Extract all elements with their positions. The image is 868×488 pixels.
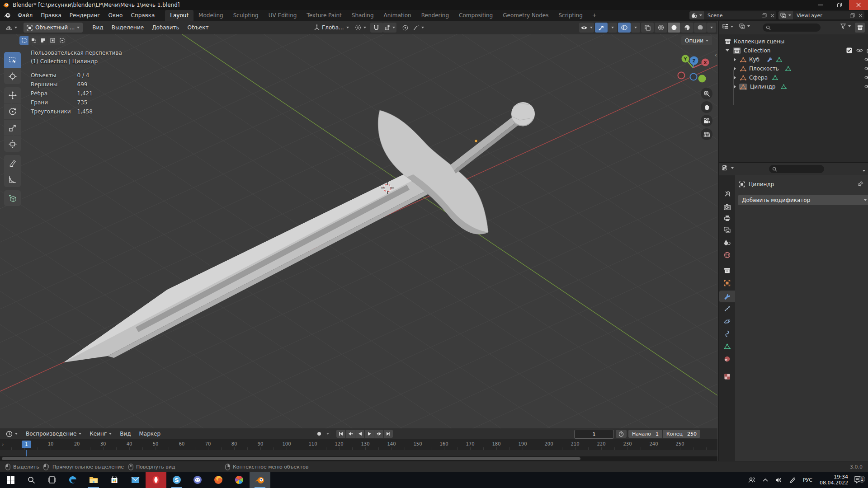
- add-modifier-dropdown[interactable]: Добавить модификатор: [738, 195, 868, 205]
- maximize-button[interactable]: [830, 0, 849, 10]
- mode-dropdown[interactable]: Объектный ...: [24, 23, 83, 33]
- auto-key-dropdown[interactable]: [325, 430, 331, 438]
- file-explorer-icon[interactable]: [83, 472, 104, 488]
- blender-menu-icon[interactable]: [4, 12, 11, 19]
- object-hide-icon[interactable]: [863, 75, 868, 80]
- auto-key-record-button[interactable]: [314, 430, 324, 438]
- language-indicator[interactable]: РУС: [799, 477, 816, 483]
- shading-dropdown[interactable]: [707, 23, 716, 33]
- tab-tool-icon[interactable]: [719, 188, 735, 199]
- next-keyframe-button[interactable]: [374, 430, 383, 438]
- shading-material-button[interactable]: [681, 23, 693, 33]
- object-disclosure-icon[interactable]: [734, 76, 736, 80]
- timeline-menu-view[interactable]: Вид: [116, 431, 135, 437]
- pen-settings-icon[interactable]: [786, 477, 799, 483]
- opera-icon[interactable]: [146, 472, 166, 488]
- shading-solid-button[interactable]: [668, 23, 680, 33]
- object-hide-icon[interactable]: [863, 66, 868, 71]
- new-scene-icon[interactable]: [760, 13, 769, 18]
- playhead[interactable]: [26, 450, 27, 456]
- object-row-cylinder[interactable]: Цилиндр: [719, 82, 868, 91]
- properties-editor-type-button[interactable]: [722, 165, 734, 171]
- tab-constraints-icon[interactable]: [719, 328, 735, 339]
- visibility-dropdown[interactable]: [579, 23, 594, 33]
- properties-options-dropdown[interactable]: [860, 167, 865, 174]
- blender-taskbar-icon[interactable]: [250, 472, 270, 488]
- workspace-tab[interactable]: Rendering: [416, 10, 454, 21]
- tool-rotate[interactable]: [4, 103, 21, 119]
- select-mode-subtract[interactable]: [38, 36, 47, 45]
- object-row-plane[interactable]: Плоскость: [719, 64, 868, 73]
- tool-add-cube[interactable]: [4, 190, 21, 206]
- gizmo-dropdown[interactable]: [608, 23, 617, 33]
- workspace-tab[interactable]: Compositing: [454, 10, 498, 21]
- snap-magnet-toggle[interactable]: [370, 23, 383, 33]
- pin-icon[interactable]: [858, 181, 863, 188]
- tab-texture-icon[interactable]: [719, 371, 735, 382]
- timeline-ruler[interactable]: › 10203040506070809010011012013014015016…: [0, 439, 717, 450]
- tab-physics-icon[interactable]: [719, 315, 735, 327]
- select-mode-invert[interactable]: [48, 36, 57, 45]
- object-disclosure-icon[interactable]: [734, 85, 736, 89]
- tab-collection-icon[interactable]: [719, 264, 735, 276]
- menu-window[interactable]: Окно: [104, 10, 127, 21]
- skype-icon[interactable]: S: [166, 472, 187, 488]
- tab-material-icon[interactable]: [719, 353, 735, 365]
- prev-keyframe-button[interactable]: [346, 430, 355, 438]
- workspace-tab[interactable]: Texture Paint: [302, 10, 346, 21]
- ortho-toggle-icon[interactable]: [701, 128, 712, 140]
- tool-scale[interactable]: [4, 120, 21, 136]
- properties-search-input[interactable]: [779, 166, 817, 172]
- new-collection-button[interactable]: [855, 23, 865, 33]
- timeline-menu-keying[interactable]: Кеинг: [85, 431, 116, 437]
- object-hide-icon[interactable]: [863, 84, 868, 89]
- object-row-sphere[interactable]: Сфера: [719, 73, 868, 82]
- shading-wireframe-button[interactable]: [655, 23, 667, 33]
- outliner-display-mode-dropdown[interactable]: [722, 23, 733, 29]
- collection-hide-icon[interactable]: [854, 48, 865, 53]
- tool-move[interactable]: [4, 87, 21, 103]
- menu-render[interactable]: Рендеринг: [66, 10, 104, 21]
- tool-select-box[interactable]: [4, 52, 21, 68]
- object-row-cube[interactable]: Куб: [719, 55, 868, 64]
- editor-type-button[interactable]: [3, 25, 20, 31]
- properties-search[interactable]: [769, 165, 824, 173]
- pivot-point-button[interactable]: [354, 23, 368, 33]
- proportional-falloff-dropdown[interactable]: [412, 23, 425, 33]
- outliner-search[interactable]: [763, 23, 821, 32]
- tab-particles-icon[interactable]: [719, 303, 735, 314]
- discord-icon[interactable]: [187, 472, 208, 488]
- close-button[interactable]: [849, 0, 868, 10]
- tray-expand-chevron-icon[interactable]: [759, 478, 772, 482]
- tab-view-layer-icon[interactable]: [719, 224, 735, 236]
- workspace-tab[interactable]: Layout: [165, 10, 193, 21]
- viewport-menu-add[interactable]: Добавить: [148, 24, 183, 31]
- show-overlays-toggle[interactable]: [618, 23, 631, 33]
- store-icon[interactable]: [104, 472, 125, 488]
- jump-to-end-button[interactable]: [384, 430, 393, 438]
- sidebar-collapse-arrow[interactable]: ‹: [715, 52, 717, 58]
- proportional-editing-toggle[interactable]: [399, 23, 412, 33]
- frame-end-field[interactable]: Конец250: [663, 430, 700, 438]
- sword-model[interactable]: [64, 102, 535, 362]
- timeline-editor-type-button[interactable]: [2, 431, 22, 437]
- object-hide-icon[interactable]: [863, 57, 868, 62]
- timeline-scrollbar-thumb[interactable]: [2, 457, 580, 460]
- firefox-icon[interactable]: [208, 472, 229, 488]
- scene-selector[interactable]: Scene: [689, 11, 776, 19]
- menu-edit[interactable]: Правка: [37, 10, 66, 21]
- select-mode-extend[interactable]: [29, 36, 38, 45]
- tab-render-icon[interactable]: [719, 201, 735, 213]
- tab-object-data-icon[interactable]: [719, 340, 735, 352]
- current-frame-badge[interactable]: 1: [22, 441, 31, 448]
- edge-icon[interactable]: [62, 472, 83, 488]
- tool-transform[interactable]: [4, 136, 21, 152]
- menu-help[interactable]: Справка: [127, 10, 159, 21]
- remove-view-layer-icon[interactable]: [857, 13, 864, 18]
- use-preview-range-button[interactable]: [616, 430, 627, 438]
- timeline-expand-icon[interactable]: ›: [2, 441, 4, 447]
- action-center-icon[interactable]: 1: [852, 476, 868, 483]
- scene-name[interactable]: Scene: [704, 13, 760, 19]
- select-mode-set[interactable]: [19, 36, 28, 45]
- workspace-tab[interactable]: Geometry Nodes: [498, 10, 553, 21]
